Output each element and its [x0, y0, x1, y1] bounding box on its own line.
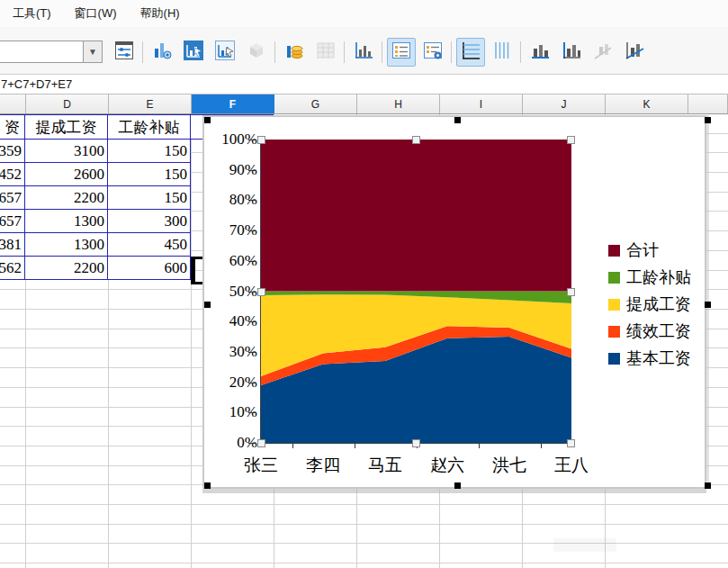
plot-resize-handle[interactable]: [412, 136, 420, 144]
plot-resize-handle[interactable]: [257, 136, 265, 144]
column-header-D[interactable]: D: [26, 95, 109, 113]
legend-item[interactable]: 工龄补贴: [608, 266, 691, 288]
column-header-J[interactable]: J: [523, 95, 606, 113]
table-cell[interactable]: 562: [0, 256, 25, 280]
vertical-grids-icon: [491, 40, 513, 65]
table-cell[interactable]: 2200: [25, 256, 108, 280]
data-in-rows-icon: [183, 40, 204, 65]
column-header-K[interactable]: K: [606, 95, 688, 113]
toolbar-button-format-selection[interactable]: [110, 38, 139, 67]
toolbar-button-data-in-rows[interactable]: [179, 38, 208, 67]
column-header-E[interactable]: E: [109, 95, 192, 113]
chart-object[interactable]: 100%90%80%70%60%50%40%30%20%10%0% 张三李四马五…: [202, 115, 706, 489]
y-axis-tick: [248, 261, 256, 262]
column-header-partial[interactable]: [0, 95, 26, 113]
menu-item-help[interactable]: 帮助(H): [140, 5, 180, 22]
table-header-cell[interactable]: 提成工资: [25, 114, 108, 140]
y-axis-tick: [248, 292, 256, 293]
legend-item[interactable]: 合计: [608, 239, 659, 261]
toolbar-separator: [382, 41, 382, 63]
column-header-I[interactable]: I: [440, 95, 523, 113]
table-header-cell[interactable]: 资: [0, 114, 25, 140]
column-header-F[interactable]: F: [192, 95, 274, 113]
table-cell[interactable]: 600: [108, 256, 191, 280]
plot-resize-handle[interactable]: [567, 439, 575, 447]
chart-axes-icon: [353, 40, 374, 65]
y-axis-tick: [248, 383, 256, 383]
object-resize-handle[interactable]: [204, 117, 211, 123]
table-cell[interactable]: 657: [0, 209, 25, 233]
x-axis-label: 张三: [229, 455, 292, 475]
table-cell[interactable]: 150: [108, 139, 191, 163]
x-axis-tick: [541, 443, 542, 448]
table-cell[interactable]: 450: [108, 232, 191, 257]
table-cell[interactable]: 1300: [25, 209, 108, 233]
formula-bar[interactable]: 7+C7+D7+E7: [0, 76, 728, 95]
3d-view-icon: [246, 40, 267, 65]
stacked-area-plot[interactable]: [261, 140, 571, 443]
table-cell[interactable]: 359: [0, 139, 25, 163]
table-cell[interactable]: 2200: [25, 185, 108, 210]
plot-resize-handle[interactable]: [567, 136, 575, 144]
legend-on-off-icon: [391, 40, 412, 65]
table-cell[interactable]: 150: [108, 162, 191, 186]
toolbar-button-perspective-chart: [589, 38, 617, 67]
toolbar-button-horizontal-grids[interactable]: [456, 38, 485, 67]
toolbar-button-y-axis-chart[interactable]: [557, 38, 586, 67]
table-cell[interactable]: 3100: [25, 139, 108, 163]
watermark: [553, 538, 616, 552]
object-resize-handle[interactable]: [454, 482, 461, 489]
toolbar-separator: [520, 41, 521, 63]
column-header-G[interactable]: G: [274, 95, 357, 113]
chart-type-icon: [151, 40, 173, 65]
x-axis-label: 王八: [540, 455, 603, 475]
y-axis-tick: [248, 443, 256, 444]
menu-item-tools[interactable]: 工具(T): [13, 5, 51, 22]
object-resize-handle[interactable]: [454, 117, 461, 123]
x-axis-label: 马五: [354, 455, 417, 475]
toolbar-button-chart-type[interactable]: [148, 38, 176, 67]
active-cell-border: [191, 282, 202, 284]
toolbar-button-chart-axes[interactable]: [349, 38, 378, 67]
plot-resize-handle[interactable]: [412, 439, 420, 447]
active-cell-border: [191, 257, 202, 259]
legend-item[interactable]: 绩效工资: [608, 320, 691, 342]
table-cell[interactable]: 300: [108, 209, 191, 233]
toolbar-button-data-table[interactable]: [280, 38, 309, 67]
toolbar-button-axes-title-chart[interactable]: [620, 38, 649, 67]
object-resize-handle[interactable]: [204, 302, 211, 308]
plot-resize-handle[interactable]: [257, 439, 265, 447]
plot-resize-handle[interactable]: [567, 288, 575, 296]
toolbar-button-legend-settings[interactable]: [418, 38, 447, 67]
menu-item-window[interactable]: 窗口(W): [75, 5, 117, 22]
table-cell[interactable]: 150: [108, 185, 191, 210]
table-cell[interactable]: 452: [0, 162, 25, 186]
chart-element-select[interactable]: ▼: [0, 41, 103, 63]
column-header-H[interactable]: H: [357, 95, 440, 113]
object-resize-handle[interactable]: [204, 482, 211, 489]
table-cell[interactable]: 1300: [25, 232, 108, 257]
legend-label: 合计: [626, 239, 659, 261]
plot-resize-handle[interactable]: [257, 288, 265, 296]
toolbar-separator: [344, 41, 345, 63]
legend-item[interactable]: 提成工资: [608, 293, 691, 315]
chevron-down-icon[interactable]: ▼: [83, 41, 102, 62]
toolbar-button-3d-view: [242, 38, 271, 67]
column-header-partial[interactable]: [688, 95, 728, 113]
legend-swatch: [608, 272, 620, 284]
object-resize-handle[interactable]: [705, 117, 711, 123]
legend-item[interactable]: 基本工资: [608, 347, 691, 369]
table-cell[interactable]: 381: [0, 232, 25, 257]
table-cell[interactable]: 657: [0, 185, 25, 210]
object-resize-handle[interactable]: [705, 482, 711, 489]
toolbar-button-vertical-grids[interactable]: [488, 38, 517, 67]
data-in-columns-icon: [214, 40, 236, 65]
toolbar-button-legend-on-off[interactable]: [387, 38, 416, 67]
toolbar-button-x-axis-chart[interactable]: [526, 38, 554, 67]
toolbar-button-data-in-columns[interactable]: [211, 38, 239, 67]
object-resize-handle[interactable]: [705, 302, 711, 308]
area-series-合计[interactable]: [261, 140, 571, 292]
table-cell[interactable]: 2600: [25, 162, 108, 186]
y-axis-tick: [248, 352, 256, 353]
table-header-cell[interactable]: 工龄补贴: [108, 114, 191, 140]
